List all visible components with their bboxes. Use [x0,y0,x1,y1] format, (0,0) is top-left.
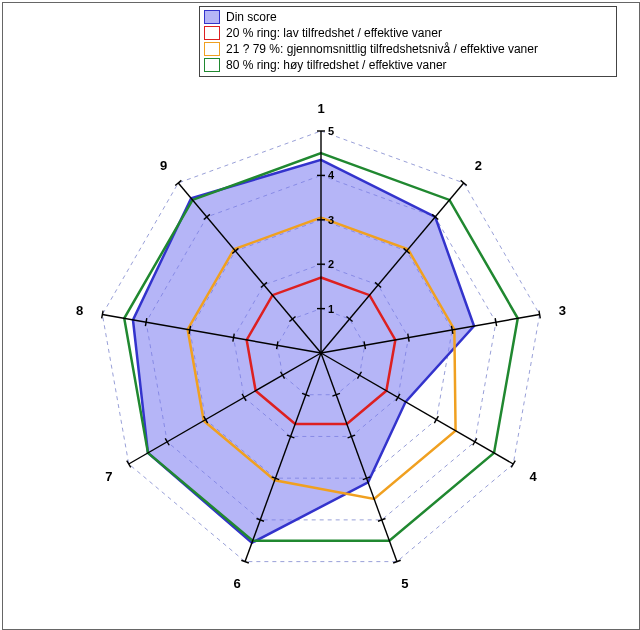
axis-label-2: 2 [475,158,482,173]
tick-label: 5 [328,125,334,137]
legend-row: 20 % ring: lav tilfredshet / effektive v… [204,25,612,41]
legend-swatch [204,42,220,56]
legend-label: 20 % ring: lav tilfredshet / effektive v… [226,25,442,41]
legend-box: Din score20 % ring: lav tilfredshet / ef… [199,6,617,77]
legend-label: 80 % ring: høy tilfredshet / effektive v… [226,57,447,73]
legend-row: 80 % ring: høy tilfredshet / effektive v… [204,57,612,73]
svg-line-44 [102,311,103,319]
tick-label: 4 [328,169,334,181]
legend-label: 21 ? 79 %: gjennomsnittlig tilfredshetsn… [226,41,538,57]
radar-chart-frame: Din score20 % ring: lav tilfredshet / ef… [2,2,640,630]
axis-label-3: 3 [559,303,566,318]
tick-label: 2 [328,258,334,270]
axis-label-7: 7 [105,468,112,483]
axis-label-6: 6 [234,576,241,591]
legend-row: Din score [204,9,612,25]
legend-swatch [204,26,220,40]
axis-label-4: 4 [530,468,537,483]
svg-line-18 [495,318,496,326]
legend-swatch [204,58,220,72]
tick-label: 1 [328,303,334,315]
legend-swatch [204,10,220,24]
legend-row: 21 ? 79 %: gjennomsnittlig tilfredshetsn… [204,41,612,57]
legend-label: Din score [226,9,277,25]
axis-label-8: 8 [76,303,83,318]
radar-chart-svg [3,3,639,629]
axis-label-9: 9 [160,158,167,173]
tick-label: 3 [328,214,334,226]
axis-label-5: 5 [401,576,408,591]
axis-label-1: 1 [317,101,324,116]
